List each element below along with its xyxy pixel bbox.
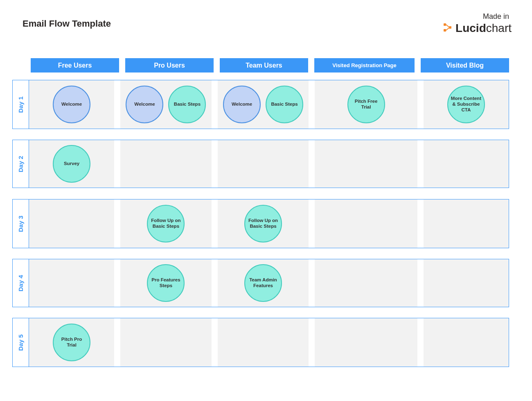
email-node[interactable]: Pitch Pro Trial: [53, 324, 90, 361]
grid-cell: WelcomeBasic Steps: [120, 80, 212, 129]
email-node[interactable]: Follow Up on Basic Steps: [147, 205, 185, 242]
column-header: Team Users: [220, 58, 308, 72]
grid-cell: [29, 199, 114, 248]
email-node[interactable]: Welcome: [53, 86, 90, 123]
email-node[interactable]: Follow Up on Basic Steps: [244, 205, 282, 242]
column-header: Free Users: [31, 58, 119, 72]
grid-cell: [218, 140, 309, 188]
email-node[interactable]: Survey: [53, 145, 90, 183]
swimlane-row: Day 3Follow Up on Basic StepsFollow Up o…: [12, 199, 509, 248]
svg-rect-2: [449, 26, 451, 29]
row-label: Day 4: [13, 259, 29, 307]
row-label: Day 2: [13, 140, 29, 188]
swimlane-row: Day 1WelcomeWelcomeBasic StepsWelcomeBas…: [12, 80, 509, 129]
grid-cell: Pitch Free Trial: [315, 80, 417, 129]
email-node[interactable]: Basic Steps: [168, 86, 206, 123]
svg-rect-1: [444, 29, 446, 32]
grid-cell: [315, 318, 417, 367]
swimlane-row: Day 5Pitch Pro Trial: [12, 318, 509, 367]
grid-cell: [315, 199, 417, 248]
header: Email Flow Template Made in Lucidchart: [0, 0, 532, 39]
row-body: Follow Up on Basic StepsFollow Up on Bas…: [29, 199, 509, 248]
grid-cell: Follow Up on Basic Steps: [218, 199, 309, 248]
row-label: Day 5: [13, 318, 29, 367]
email-node[interactable]: Pro Features Steps: [147, 264, 185, 302]
row-body: Pro Features StepsTeam Admin Features: [29, 259, 509, 307]
lucidchart-logo: Lucidchart: [442, 22, 512, 35]
page-title: Email Flow Template: [23, 18, 111, 29]
row-body: WelcomeWelcomeBasic StepsWelcomeBasic St…: [29, 80, 509, 129]
grid-cell: [424, 199, 509, 248]
grid-cell: [315, 140, 417, 188]
made-in-label: Made in: [442, 12, 509, 21]
column-header: Visited Registration Page: [314, 58, 415, 72]
email-node[interactable]: Welcome: [126, 86, 163, 123]
email-node[interactable]: Pitch Free Trial: [347, 86, 385, 123]
lucidchart-logo-icon: [442, 22, 453, 34]
grid-cell: WelcomeBasic Steps: [218, 80, 309, 129]
grid-cell: Survey: [29, 140, 114, 188]
swimlane-row: Day 2Survey: [12, 140, 509, 188]
column-header: Visited Blog: [421, 58, 509, 72]
made-in-block: Made in Lucidchart: [442, 12, 512, 35]
grid-cell: Pitch Pro Trial: [29, 318, 114, 367]
lucidchart-wordmark: Lucidchart: [455, 22, 512, 35]
email-node[interactable]: Basic Steps: [266, 86, 303, 123]
email-node[interactable]: Team Admin Features: [244, 264, 282, 302]
column-header: Pro Users: [125, 58, 214, 72]
grid-cell: [120, 140, 212, 188]
grid-cell: Pro Features Steps: [120, 259, 212, 307]
row-label: Day 1: [13, 80, 29, 129]
grid-cell: [29, 259, 114, 307]
email-node[interactable]: More Content & Subscribe CTA: [447, 86, 485, 123]
row-body: Pitch Pro Trial: [29, 318, 509, 367]
grid-cell: [424, 259, 509, 307]
grid-cell: More Content & Subscribe CTA: [424, 80, 509, 129]
row-label: Day 3: [13, 199, 29, 248]
grid-cell: [424, 318, 509, 367]
email-node[interactable]: Welcome: [223, 86, 261, 123]
swimlane-row: Day 4Pro Features StepsTeam Admin Featur…: [12, 259, 509, 307]
grid-cell: [315, 259, 417, 307]
grid-cell: [120, 318, 212, 367]
grid-cell: [424, 140, 509, 188]
svg-rect-0: [444, 23, 446, 26]
row-body: Survey: [29, 140, 509, 188]
grid-cell: Team Admin Features: [218, 259, 309, 307]
grid-cell: Welcome: [29, 80, 114, 129]
grid-cell: Follow Up on Basic Steps: [120, 199, 212, 248]
grid-cell: [218, 318, 309, 367]
